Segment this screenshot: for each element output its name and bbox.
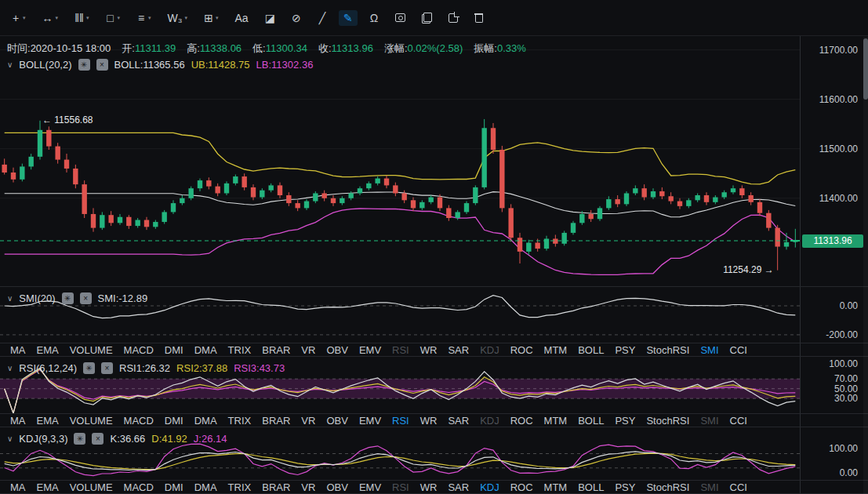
wave-tool[interactable]: W₃▾: [163, 10, 192, 26]
indicator-tab-obv[interactable]: OBV: [326, 344, 347, 356]
boll-close-button[interactable]: ×: [96, 59, 108, 71]
indicator-tab-psy[interactable]: PSY: [615, 415, 635, 427]
kdj-settings-button[interactable]: ✳: [74, 433, 85, 445]
indicator-tab-rsi[interactable]: RSI: [392, 344, 409, 356]
indicator-tab-smi[interactable]: SMI: [700, 481, 718, 493]
indicator-tab-emv[interactable]: EMV: [359, 344, 381, 356]
hide-drawings-tool[interactable]: ⊘: [287, 10, 306, 26]
indicator-tab-mtm[interactable]: MTM: [544, 481, 568, 493]
indicator-tab-brar[interactable]: BRAR: [262, 481, 290, 493]
indicator-tab-kdj[interactable]: KDJ: [480, 344, 499, 356]
indicator-tab-volume[interactable]: VOLUME: [70, 481, 113, 493]
smi-close-button[interactable]: ×: [80, 292, 92, 304]
indicator-tab-obv[interactable]: OBV: [326, 481, 347, 493]
rsi-close-button[interactable]: ×: [101, 362, 113, 374]
indicator-tab-stochrsi[interactable]: StochRSI: [646, 344, 689, 356]
channel-tool[interactable]: ≡▾: [132, 10, 156, 26]
export-tool[interactable]: [444, 11, 463, 25]
rsi-settings-button[interactable]: ✳: [83, 362, 95, 374]
indicator-tab-ma[interactable]: MA: [10, 415, 26, 427]
measure-tool[interactable]: ╱: [313, 10, 332, 26]
text-tool[interactable]: Aa: [231, 10, 253, 26]
indicator-tab-emv[interactable]: EMV: [359, 481, 381, 493]
indicator-tab-roc[interactable]: ROC: [510, 344, 533, 356]
brush-tool[interactable]: ✎: [339, 10, 358, 26]
rsi-axis[interactable]: 100.0070.0050.0030.00: [800, 357, 868, 413]
indicator-tab-smi[interactable]: SMI: [700, 415, 718, 427]
indicator-tab-psy[interactable]: PSY: [615, 481, 635, 493]
indicator-tab-macd[interactable]: MACD: [124, 481, 154, 493]
indicator-tab-psy[interactable]: PSY: [615, 344, 635, 356]
indicator-tab-mtm[interactable]: MTM: [544, 415, 568, 427]
scrollbar-thumb[interactable]: [863, 38, 868, 100]
delete-tool[interactable]: [470, 10, 488, 25]
main-chart-plot[interactable]: 时间:2020-10-15 18:00开:11311.39高:11338.06低…: [0, 36, 800, 286]
indicator-tab-volume[interactable]: VOLUME: [70, 415, 113, 427]
smi-collapse-chevron-icon[interactable]: ∨: [7, 294, 13, 303]
indicator-tab-macd[interactable]: MACD: [124, 344, 154, 356]
boll-settings-button[interactable]: ✳: [78, 59, 90, 71]
indicator-tab-ema[interactable]: EMA: [37, 344, 59, 356]
indicator-tab-brar[interactable]: BRAR: [262, 415, 290, 427]
indicator-tab-dmi[interactable]: DMI: [165, 481, 183, 493]
smi-panel-plot[interactable]: ∨SMI(20)✳×SMI:-12.89: [0, 287, 800, 343]
indicator-tab-wr[interactable]: WR: [420, 344, 438, 356]
indicator-tab-cci[interactable]: CCI: [730, 415, 747, 427]
indicator-tab-dmi[interactable]: DMI: [165, 415, 183, 427]
shapes-tool[interactable]: □▾: [101, 10, 125, 26]
indicator-tab-sar[interactable]: SAR: [448, 481, 469, 493]
indicator-tab-ema[interactable]: EMA: [37, 481, 59, 493]
indicator-tab-boll[interactable]: BOLL: [578, 415, 604, 427]
indicator-tab-cci[interactable]: CCI: [730, 344, 747, 356]
gann-lines-tool[interactable]: ‖‖▾: [70, 10, 94, 26]
indicator-tab-trix[interactable]: TRIX: [228, 344, 252, 356]
indicator-tab-volume[interactable]: VOLUME: [70, 344, 113, 356]
rsi-collapse-chevron-icon[interactable]: ∨: [7, 364, 13, 372]
indicator-tab-stochrsi[interactable]: StochRSI: [646, 481, 689, 493]
indicator-tab-cci[interactable]: CCI: [730, 481, 747, 493]
indicator-tab-wr[interactable]: WR: [420, 415, 438, 427]
pattern-tool[interactable]: ⊞▾: [199, 10, 223, 26]
indicator-tab-wr[interactable]: WR: [420, 481, 438, 493]
indicator-tab-stochrsi[interactable]: StochRSI: [646, 415, 689, 427]
indicator-tab-roc[interactable]: ROC: [510, 415, 533, 427]
copy-tool[interactable]: [417, 10, 437, 26]
indicator-tab-macd[interactable]: MACD: [124, 415, 154, 427]
indicator-tab-kdj[interactable]: KDJ: [480, 415, 499, 427]
indicator-tab-ma[interactable]: MA: [10, 344, 26, 356]
main-price-axis[interactable]: 11700.0011600.0011500.0011400.0011313.96: [800, 36, 868, 286]
kdj-panel-plot[interactable]: ∨KDJ(9,3,3)✳×K:36.66D:41.92J:26.14: [0, 427, 800, 480]
marker-tool[interactable]: ◪: [260, 10, 280, 26]
indicator-tab-boll[interactable]: BOLL: [578, 344, 604, 356]
boll-collapse-chevron-icon[interactable]: ∨: [7, 60, 13, 69]
indicator-tab-sar[interactable]: SAR: [448, 344, 469, 356]
smi-settings-button[interactable]: ✳: [62, 292, 74, 304]
indicator-tab-roc[interactable]: ROC: [510, 481, 533, 493]
indicator-tab-rsi[interactable]: RSI: [392, 481, 409, 493]
vertical-scrollbar[interactable]: [863, 37, 868, 494]
indicator-tab-mtm[interactable]: MTM: [544, 344, 568, 356]
indicator-tab-vr[interactable]: VR: [301, 415, 315, 427]
screenshot-tool[interactable]: [390, 11, 410, 24]
kdj-close-button[interactable]: ×: [92, 433, 104, 445]
rsi-panel-plot[interactable]: ∨RSI(6,12,24)✳×RSI1:26.32RSI2:37.88RSI3:…: [0, 357, 800, 413]
indicator-tab-dmi[interactable]: DMI: [165, 344, 183, 356]
indicator-tab-dma[interactable]: DMA: [194, 344, 217, 356]
indicator-tab-boll[interactable]: BOLL: [578, 481, 604, 493]
indicator-tab-ema[interactable]: EMA: [37, 415, 59, 427]
indicator-tab-rsi[interactable]: RSI: [392, 415, 409, 427]
indicator-tab-brar[interactable]: BRAR: [262, 344, 290, 356]
indicator-tab-vr[interactable]: VR: [301, 481, 315, 493]
indicator-tab-trix[interactable]: TRIX: [228, 481, 252, 493]
indicator-tab-dma[interactable]: DMA: [194, 415, 217, 427]
indicator-tab-smi[interactable]: SMI: [700, 344, 718, 356]
indicator-tab-trix[interactable]: TRIX: [228, 415, 252, 427]
trendline-tool[interactable]: ↔▾: [38, 10, 64, 26]
indicator-tab-dma[interactable]: DMA: [194, 481, 217, 493]
magnet-tool[interactable]: Ω: [365, 10, 383, 26]
indicator-tab-kdj[interactable]: KDJ: [480, 481, 499, 493]
indicator-tab-vr[interactable]: VR: [301, 344, 315, 356]
kdj-axis[interactable]: 100.000.00: [800, 427, 868, 480]
indicator-tab-emv[interactable]: EMV: [359, 415, 381, 427]
smi-axis[interactable]: 0.00-200.00: [800, 287, 868, 343]
